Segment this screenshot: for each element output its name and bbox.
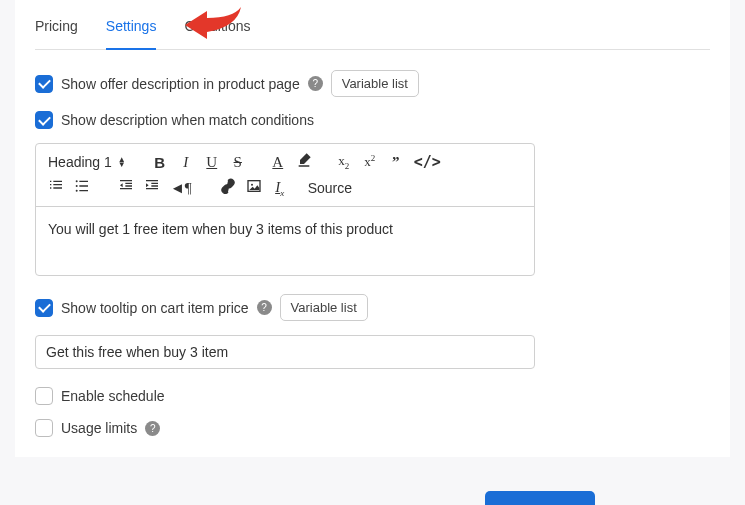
ordered-list-icon[interactable] [48,178,64,198]
clear-format-icon[interactable]: Ix [272,179,288,198]
italic-icon[interactable]: I [178,154,194,171]
bold-icon[interactable]: B [152,154,168,171]
label-match-conditions: Show description when match conditions [61,112,314,128]
image-icon[interactable] [246,178,262,198]
svg-point-0 [76,180,78,182]
strikethrough-icon[interactable]: S [230,154,246,171]
checkbox-usage-limits[interactable] [35,419,53,437]
tooltip-text-input[interactable] [35,335,535,369]
source-button[interactable]: Source [308,180,352,196]
link-icon[interactable] [220,178,236,198]
label-usage-limits: Usage limits [61,420,137,436]
variable-list-button[interactable]: Variable list [331,70,419,97]
editor-content[interactable]: You will get 1 free item when buy 3 item… [36,207,534,275]
svg-point-1 [76,185,78,187]
row-match-conditions: Show description when match conditions [35,111,710,129]
text-color-icon[interactable]: A [270,154,286,171]
help-icon[interactable] [145,421,160,436]
heading-select[interactable]: Heading 1 ▲▼ [48,154,126,170]
highlight-icon[interactable] [296,152,312,172]
code-icon[interactable]: </> [414,153,441,171]
outdent-icon[interactable] [118,178,134,198]
label-offer-description: Show offer description in product page [61,76,300,92]
checkbox-tooltip[interactable] [35,299,53,317]
checkbox-offer-description[interactable] [35,75,53,93]
tab-conditions[interactable]: Conditions [184,18,250,49]
tab-settings[interactable]: Settings [106,18,157,50]
svg-point-2 [76,190,78,192]
svg-point-4 [251,184,253,186]
row-tooltip: Show tooltip on cart item price Variable… [35,294,710,321]
checkbox-schedule[interactable] [35,387,53,405]
row-schedule: Enable schedule [35,387,710,405]
label-schedule: Enable schedule [61,388,165,404]
label-tooltip: Show tooltip on cart item price [61,300,249,316]
tab-pricing[interactable]: Pricing [35,18,78,49]
unordered-list-icon[interactable] [74,178,90,198]
subscript-icon[interactable]: x2 [336,153,352,171]
indent-icon[interactable] [144,178,160,198]
blockquote-icon[interactable]: ” [388,154,404,171]
paragraph-icon[interactable]: ◄¶ [170,180,192,197]
underline-icon[interactable]: U [204,154,220,171]
help-icon[interactable] [308,76,323,91]
rich-text-editor: Heading 1 ▲▼ B I U S A x2 x2 [35,143,535,276]
superscript-icon[interactable]: x2 [362,153,378,170]
variable-list-button[interactable]: Variable list [280,294,368,321]
help-icon[interactable] [257,300,272,315]
editor-toolbar: Heading 1 ▲▼ B I U S A x2 x2 [36,144,534,207]
tabs: Pricing Settings Conditions [35,0,710,50]
add-rule-button[interactable]: Add Rule [485,491,595,505]
footer: Add Rule [0,477,745,505]
checkbox-match-conditions[interactable] [35,111,53,129]
row-usage-limits: Usage limits [35,419,710,437]
row-offer-description: Show offer description in product page V… [35,70,710,97]
